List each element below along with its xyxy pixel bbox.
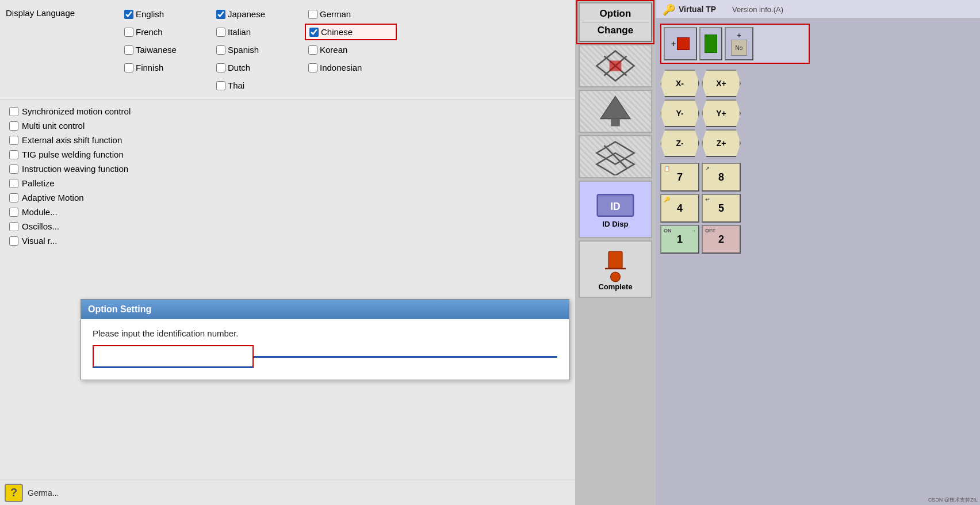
lang-english-checkbox[interactable] (124, 10, 133, 19)
checkboxes-section: Synchronized motion control Multi unit c… (0, 100, 656, 252)
record-button[interactable]: + (664, 27, 697, 60)
check-oscilloscope-label: Oscillos... (22, 221, 59, 231)
icon-no-button[interactable]: + No (725, 27, 753, 60)
language-section: Display Language English French Taiwanes… (0, 0, 656, 100)
y-plus-btn[interactable]: Y+ (702, 100, 741, 127)
num-1-on-btn[interactable]: ON → 1 (660, 225, 699, 254)
num-5-btn[interactable]: ↩ 5 (702, 194, 741, 223)
lang-dutch[interactable]: Dutch (213, 59, 305, 76)
lang-finnish[interactable]: Finnish (121, 59, 213, 76)
lang-french[interactable]: French (121, 24, 213, 40)
lang-japanese[interactable]: Japanese (213, 6, 305, 22)
icon-btn-up[interactable] (579, 90, 652, 133)
lang-italian-checkbox[interactable] (216, 28, 225, 37)
check-sync-motion[interactable]: Synchronized motion control (9, 105, 646, 118)
svg-text:ID: ID (610, 200, 621, 212)
check-oscilloscope[interactable]: Oscillos... (9, 220, 646, 233)
check-instr-weaving[interactable]: Instruction weaving function (9, 162, 646, 175)
lang-chinese-checkbox[interactable] (309, 28, 319, 37)
check-module[interactable]: Module... (9, 205, 646, 219)
check-adaptive-motion-input[interactable] (9, 193, 18, 202)
check-visual[interactable]: Visual r... (9, 234, 646, 247)
svg-rect-5 (611, 119, 620, 127)
lang-dutch-label: Dutch (228, 62, 250, 74)
lang-indonesian-checkbox[interactable] (308, 63, 317, 72)
check-sync-motion-input[interactable] (9, 107, 18, 116)
lang-spanish-checkbox[interactable] (216, 45, 225, 55)
check-module-input[interactable] (9, 208, 18, 217)
z-minus-btn[interactable]: Z- (660, 129, 699, 157)
num-8-label: 8 (718, 171, 724, 183)
check-palletize[interactable]: Palletize (9, 177, 646, 190)
lang-korean[interactable]: Korean (305, 41, 397, 58)
x-minus-btn[interactable]: X- (660, 70, 699, 97)
lang-dutch-checkbox[interactable] (216, 63, 225, 72)
check-tig-pulse-input[interactable] (9, 150, 18, 159)
lang-finnish-label: Finnish (136, 62, 163, 74)
icon-btn-1[interactable] (579, 44, 652, 87)
z-plus-btn[interactable]: Z+ (702, 129, 741, 157)
num-2-off-btn[interactable]: OFF 2 (702, 225, 741, 254)
check-ext-axis[interactable]: External axis shift function (9, 133, 646, 147)
check-module-label: Module... (22, 207, 58, 217)
id-disp-button[interactable]: ID ID Disp (579, 181, 652, 238)
lang-chinese-label: Chinese (321, 26, 353, 38)
change-label: Change (582, 25, 649, 36)
num-7-btn[interactable]: 📋 7 (660, 163, 699, 192)
display-language-label: Display Language (6, 6, 121, 18)
lang-taiwanese[interactable]: Taiwanese (121, 41, 213, 58)
num-4-label: 4 (677, 202, 683, 215)
x-plus-btn[interactable]: X+ (702, 70, 741, 97)
lang-german-checkbox[interactable] (308, 10, 317, 19)
lang-taiwanese-label: Taiwanese (136, 44, 177, 56)
vtp-version: Version info.(A) (732, 5, 783, 14)
lang-japanese-checkbox[interactable] (216, 10, 225, 19)
lang-chinese[interactable]: Chinese (305, 24, 397, 40)
green-button[interactable] (699, 27, 722, 60)
icon-btn-layers[interactable] (579, 135, 652, 178)
check-ext-axis-input[interactable] (9, 136, 18, 145)
help-icon-symbol: ? (10, 486, 17, 499)
y-minus-btn[interactable]: Y- (660, 100, 699, 127)
lang-english[interactable]: English (121, 6, 213, 22)
id-disp-label: ID Disp (603, 220, 629, 228)
record-play-area: + + No (660, 24, 810, 64)
check-instr-weaving-input[interactable] (9, 164, 18, 174)
check-visual-input[interactable] (9, 236, 18, 246)
lang-french-checkbox[interactable] (124, 28, 133, 37)
lang-thai[interactable]: Thai (213, 77, 305, 94)
lang-thai-checkbox[interactable] (216, 81, 225, 90)
identification-number-input[interactable] (93, 345, 254, 368)
lang-finnish-checkbox[interactable] (124, 63, 133, 72)
lang-italian[interactable]: Italian (213, 24, 305, 40)
svg-marker-4 (600, 97, 630, 119)
lang-german[interactable]: German (305, 6, 397, 22)
check-oscilloscope-input[interactable] (9, 222, 18, 231)
lang-spanish[interactable]: Spanish (213, 41, 305, 58)
lang-spanish-label: Spanish (228, 44, 259, 56)
dialog-body: Please input the identification number. (81, 319, 569, 380)
virtual-tp-panel: 🔑 Virtual TP Version info.(A) + + No (656, 0, 980, 505)
complete-label: Complete (598, 282, 632, 291)
lang-indonesian[interactable]: Indonesian (305, 59, 397, 76)
lang-taiwanese-checkbox[interactable] (124, 45, 133, 55)
lang-korean-label: Korean (320, 44, 347, 56)
vtp-icon: 🔑 (663, 3, 674, 15)
lang-thai-label: Thai (228, 79, 244, 91)
check-palletize-input[interactable] (9, 179, 18, 188)
language-columns: English French Taiwanese Finnish (121, 6, 650, 94)
dialog-title-bar: Option Setting (81, 300, 569, 319)
check-multi-unit[interactable]: Multi unit control (9, 119, 646, 132)
complete-button[interactable]: Complete (579, 240, 652, 298)
option-change-button[interactable]: Option Change (579, 2, 652, 42)
check-adaptive-motion[interactable]: Adaptive Motion (9, 191, 646, 204)
num-8-btn[interactable]: ↗ 8 (702, 163, 741, 192)
check-tig-pulse[interactable]: TIG pulse welding function (9, 148, 646, 161)
vtp-title: Virtual TP (679, 5, 716, 14)
lang-korean-checkbox[interactable] (308, 45, 317, 55)
num-4-btn[interactable]: 🔑 4 (660, 194, 699, 223)
num-2-label: 2 (718, 234, 724, 246)
help-button[interactable]: ? (5, 484, 23, 502)
check-adaptive-motion-label: Adaptive Motion (22, 193, 84, 202)
check-multi-unit-input[interactable] (9, 121, 18, 131)
